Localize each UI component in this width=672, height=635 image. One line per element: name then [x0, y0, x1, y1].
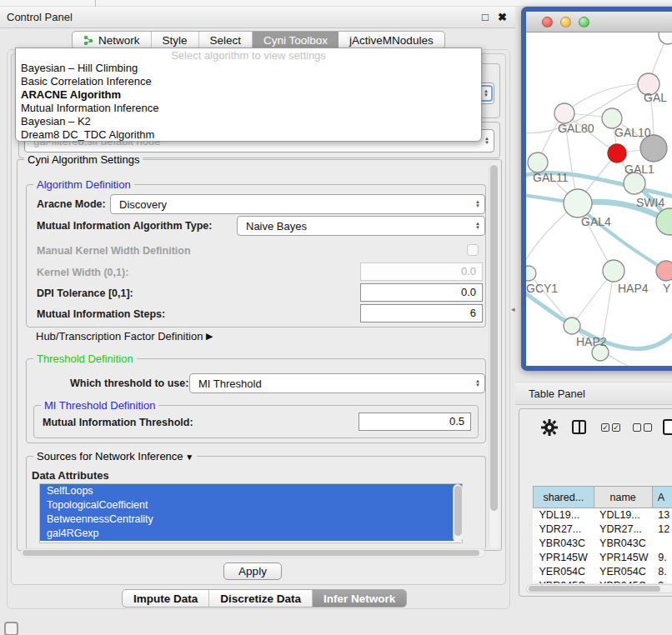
- node-label: GAL80: [558, 122, 594, 135]
- mi-threshold-group-title: MI Threshold Definition: [41, 399, 158, 412]
- node-label: HAP4: [618, 282, 649, 295]
- attribute-list-scrollbar[interactable]: [453, 484, 463, 542]
- column-header[interactable]: shared...: [534, 487, 594, 508]
- sources-group: Sources for Network Inference ▼ Data Att…: [26, 456, 486, 549]
- node-gal11[interactable]: [528, 152, 548, 172]
- tab-impute-data[interactable]: Impute Data: [123, 590, 209, 607]
- node-gal4[interactable]: [564, 189, 592, 218]
- table-toolbar: ✓✓: [519, 416, 672, 442]
- tab-infer-network[interactable]: Infer Network: [313, 590, 406, 607]
- kernel-width-input[interactable]: 0.0: [360, 262, 483, 281]
- stepper-icon: ▲▼: [471, 217, 484, 235]
- columns-icon[interactable]: [572, 420, 586, 434]
- node-label: GAL10: [614, 126, 651, 139]
- node[interactable]: [656, 261, 672, 281]
- table-horizontal-scrollbar[interactable]: [526, 584, 672, 593]
- manual-kernel-checkbox[interactable]: [467, 244, 479, 256]
- node-table[interactable]: shared... name A YDL19...YDL19...13 YDR2…: [533, 486, 672, 583]
- bottom-tabbar: Impute Data Discretize Data Infer Networ…: [122, 589, 407, 608]
- node-label: GAL4: [581, 215, 611, 228]
- algorithm-definition-group: Algorithm Definition Aracne Mode: Discov…: [26, 184, 486, 328]
- mi-threshold-group: MI Threshold Definition Mutual Informati…: [33, 405, 479, 438]
- dropdown-item[interactable]: Mutual Information Inference: [16, 102, 481, 115]
- mi-algorithm-type-combobox[interactable]: Naive Bayes ▲▼: [237, 216, 485, 236]
- node[interactable]: [659, 32, 672, 44]
- data-attributes-label: Data Attributes: [32, 469, 109, 482]
- aracne-mode-combobox[interactable]: Discovery ▲▼: [110, 194, 485, 214]
- column-header[interactable]: name: [594, 487, 652, 508]
- node-hap4[interactable]: [603, 260, 624, 282]
- table-row[interactable]: YBR045CYBR045C9.: [534, 579, 672, 584]
- stepper-icon: ▲▼: [471, 195, 484, 213]
- select-all-checkboxes-icon[interactable]: ✓✓: [601, 423, 620, 432]
- which-threshold-combobox[interactable]: MI Threshold ▲▼: [189, 373, 485, 393]
- stepper-icon: ▲▼: [471, 374, 484, 392]
- table-row[interactable]: YDL19...YDL19...13: [534, 508, 672, 522]
- minimized-panel-icon[interactable]: [4, 622, 18, 635]
- network-window-titlebar[interactable]: [526, 12, 672, 32]
- mi-threshold-label: Mutual Information Threshold:: [43, 417, 193, 428]
- table-row[interactable]: YBR043CYBR043C: [534, 537, 672, 551]
- table-row[interactable]: YPR145WYPR145W9.: [534, 551, 672, 565]
- settings-group-title: Cyni Algorithm Settings: [24, 153, 143, 166]
- dropdown-item[interactable]: Bayesian – Hill Climbing: [16, 62, 481, 75]
- dropdown-item[interactable]: Bayesian – K2: [16, 115, 481, 128]
- settings-horizontal-scrollbar[interactable]: [20, 548, 485, 558]
- apply-button[interactable]: Apply: [223, 562, 282, 580]
- tab-network[interactable]: Network: [73, 32, 152, 48]
- hub-definition-toggle[interactable]: Hub/Transcription Factor Definition ▶: [36, 330, 213, 342]
- tab-jactivemnodules[interactable]: jActiveMNodules: [339, 32, 444, 48]
- deselect-all-checkboxes-icon[interactable]: [633, 423, 652, 432]
- document-icon[interactable]: [663, 419, 672, 435]
- node-gal1[interactable]: [608, 144, 626, 162]
- table-row[interactable]: YER054CYER054C8.: [534, 565, 672, 579]
- dropdown-item-selected[interactable]: ARACNE Algorithm: [16, 88, 481, 102]
- table-row[interactable]: YDR27...YDR27...12: [534, 522, 672, 537]
- node-gcy1[interactable]: [526, 266, 536, 281]
- tab-select[interactable]: Select: [199, 32, 253, 48]
- panel-splitter-handle[interactable]: ◂: [511, 305, 515, 313]
- close-traffic-light-icon[interactable]: [542, 17, 553, 28]
- threshold-definition-group: Threshold Definition Which threshold to …: [26, 358, 486, 443]
- list-item[interactable]: TopologicalCoefficient: [40, 498, 462, 512]
- settings-vertical-scrollbar[interactable]: [489, 162, 499, 548]
- node-hap2[interactable]: [564, 318, 580, 334]
- column-header[interactable]: A: [652, 487, 672, 508]
- node[interactable]: [656, 208, 672, 235]
- node-gal80[interactable]: [554, 103, 574, 123]
- dpi-tolerance-input[interactable]: 0.0: [360, 283, 483, 302]
- float-window-icon[interactable]: □: [482, 11, 489, 23]
- list-item[interactable]: SelfLoops: [40, 484, 462, 498]
- network-view-window[interactable]: GAL GAL80 GAL10 GAL1 GAL11 SWI4 GAL4 GCY…: [521, 7, 672, 371]
- sources-group-title[interactable]: Sources for Network Inference ▼: [33, 450, 197, 462]
- node-label: GAL1: [624, 162, 654, 176]
- control-panel-tabbar: Network Style Select Cyni Toolbox jActiv…: [72, 31, 445, 49]
- screen: Control Panel □ ✖ Network Style Select C…: [0, 0, 672, 635]
- gear-icon[interactable]: [541, 419, 558, 436]
- data-attributes-list[interactable]: SelfLoops TopologicalCoefficient Between…: [39, 483, 463, 543]
- node-label: GAL: [644, 91, 667, 104]
- tab-style[interactable]: Style: [152, 32, 199, 48]
- close-window-icon[interactable]: ✖: [498, 11, 507, 23]
- mi-type-label: Mutual Information Algorithm Type:: [37, 220, 212, 232]
- dropdown-item[interactable]: Basic Correlation Inference: [16, 75, 481, 88]
- mi-threshold-input[interactable]: 0.5: [359, 412, 471, 431]
- node-label: SWI4: [636, 196, 664, 209]
- list-item[interactable]: gal4RGexp: [40, 527, 462, 541]
- zoom-traffic-light-icon[interactable]: [579, 17, 589, 28]
- cyni-algorithm-settings-group: Cyni Algorithm Settings Algorithm Defini…: [17, 159, 502, 551]
- control-panel-title: Control Panel: [7, 11, 73, 23]
- dropdown-item[interactable]: Dream8 DC_TDC Algorithm: [16, 128, 481, 142]
- network-canvas[interactable]: GAL GAL80 GAL10 GAL1 GAL11 SWI4 GAL4 GCY…: [526, 32, 672, 366]
- table-panel-titlebar: Table Panel: [515, 382, 672, 405]
- kernel-width-label: Kernel Width (0,1):: [37, 267, 128, 278]
- list-item[interactable]: BetweennessCentrality: [40, 512, 462, 527]
- minimize-traffic-light-icon[interactable]: [560, 17, 571, 28]
- network-icon: [83, 35, 94, 46]
- algorithm-definition-title: Algorithm Definition: [33, 178, 134, 191]
- tab-discretize-data[interactable]: Discretize Data: [209, 590, 313, 607]
- control-panel-titlebar: Control Panel □ ✖: [0, 7, 515, 28]
- mi-steps-input[interactable]: 6: [360, 304, 483, 322]
- dpi-tolerance-label: DPI Tolerance [0,1]:: [37, 288, 133, 299]
- tab-cyni-toolbox[interactable]: Cyni Toolbox: [253, 32, 339, 48]
